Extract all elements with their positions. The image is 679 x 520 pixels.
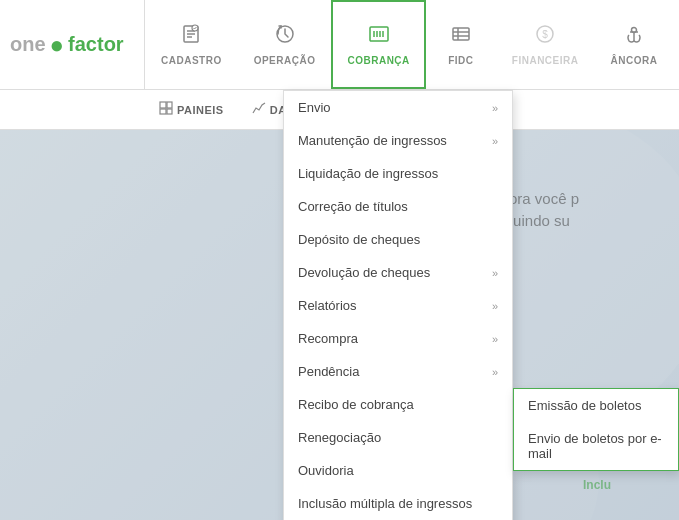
dropdown-renegociacao[interactable]: Renegociação [284, 421, 512, 454]
liquidacao-label: Liquidação de ingressos [298, 166, 438, 181]
dropdown-liquidacao[interactable]: Liquidação de ingressos [284, 157, 512, 190]
inclusao-label: Inclusão múltipla de ingressos [298, 496, 472, 511]
nav-item-cobranca[interactable]: COBRANÇA [331, 0, 425, 89]
financeira-label: FINANCEIRA [512, 55, 579, 66]
cadastro-icon [180, 23, 202, 51]
dropdown-deposito[interactable]: Depósito de cheques [284, 223, 512, 256]
dashboard-icon [252, 101, 266, 118]
dropdown-recibo[interactable]: Recibo de cobrança [284, 388, 512, 421]
fidc-label: FIDC [448, 55, 473, 66]
logo-area: one ● factor [0, 0, 145, 89]
nav-item-ancora[interactable]: ÂNCORA [594, 0, 673, 89]
recompra-label: Recompra [298, 331, 358, 346]
subnav-paineis[interactable]: PAINEIS [145, 90, 238, 129]
cobranca-icon [368, 23, 390, 51]
envio-email-label: Envio de boletos por e-mail [528, 431, 664, 461]
pendencia-arrow: » [492, 366, 498, 378]
boletos-subdropdown: Emissão de boletos Envio de boletos por … [513, 388, 679, 471]
recibo-label: Recibo de cobrança [298, 397, 414, 412]
svg-rect-11 [453, 28, 469, 40]
devolucao-arrow: » [492, 267, 498, 279]
dropdown-envio[interactable]: Envio » [284, 91, 512, 124]
financeira-icon: $ [534, 23, 556, 51]
svg-rect-6 [370, 27, 388, 41]
envio-arrow: » [492, 102, 498, 114]
top-nav: one ● factor CADASTRO OPERAÇÃO COBRANÇA [0, 0, 679, 90]
envio-label: Envio [298, 100, 331, 115]
cobranca-dropdown: Envio » Manutenção de ingressos » Liquid… [283, 90, 513, 520]
logo-factor: factor [68, 33, 124, 56]
nav-item-operacao[interactable]: OPERAÇÃO [238, 0, 332, 89]
svg-text:$: $ [542, 29, 548, 40]
nav-item-fidc[interactable]: FIDC [426, 0, 496, 89]
logo-dot: ● [50, 31, 65, 59]
logo-one: one [10, 33, 46, 56]
emissao-label: Emissão de boletos [528, 398, 641, 413]
paineis-label: PAINEIS [177, 104, 224, 116]
deposito-label: Depósito de cheques [298, 232, 420, 247]
dropdown-correcao[interactable]: Correção de títulos [284, 190, 512, 223]
svg-rect-23 [160, 109, 166, 114]
dropdown-relatorios[interactable]: Relatórios » [284, 289, 512, 322]
dropdown-pendencia[interactable]: Pendência » [284, 355, 512, 388]
relatorios-arrow: » [492, 300, 498, 312]
dropdown-manutencao[interactable]: Manutenção de ingressos » [284, 124, 512, 157]
cobranca-label: COBRANÇA [347, 55, 409, 66]
recompra-arrow: » [492, 333, 498, 345]
cadastro-label: CADASTRO [161, 55, 222, 66]
dropdown-ouvidoria[interactable]: Ouvidoria [284, 454, 512, 487]
subdropdown-emissao[interactable]: Emissão de boletos [514, 389, 678, 422]
logo: one ● factor [10, 31, 124, 59]
dropdown-devolucao[interactable]: Devolução de cheques » [284, 256, 512, 289]
svg-rect-24 [167, 109, 172, 114]
subdropdown-envio-email[interactable]: Envio de boletos por e-mail [514, 422, 678, 470]
relatorios-label: Relatórios [298, 298, 357, 313]
devolucao-label: Devolução de cheques [298, 265, 430, 280]
dropdown-inclusao[interactable]: Inclusão múltipla de ingressos [284, 487, 512, 520]
paineis-icon [159, 101, 173, 118]
nav-item-cadastro[interactable]: CADASTRO [145, 0, 238, 89]
pendencia-label: Pendência [298, 364, 359, 379]
operacao-icon [274, 23, 296, 51]
svg-rect-21 [160, 102, 166, 108]
nav-item-financeira[interactable]: $ FINANCEIRA [496, 0, 595, 89]
operacao-label: OPERAÇÃO [254, 55, 316, 66]
renegociacao-label: Renegociação [298, 430, 381, 445]
manutencao-arrow: » [492, 135, 498, 147]
correcao-label: Correção de títulos [298, 199, 408, 214]
svg-rect-22 [167, 102, 172, 108]
nav-item-orgcredito[interactable]: ORG CRÉDITO [673, 0, 679, 89]
ancora-label: ÂNCORA [610, 55, 657, 66]
dropdown-recompra[interactable]: Recompra » [284, 322, 512, 355]
fidc-icon [450, 23, 472, 51]
manutencao-label: Manutenção de ingressos [298, 133, 447, 148]
ancora-icon [623, 23, 645, 51]
nav-items: CADASTRO OPERAÇÃO COBRANÇA FIDC $ [145, 0, 679, 89]
ouvidoria-label: Ouvidoria [298, 463, 354, 478]
